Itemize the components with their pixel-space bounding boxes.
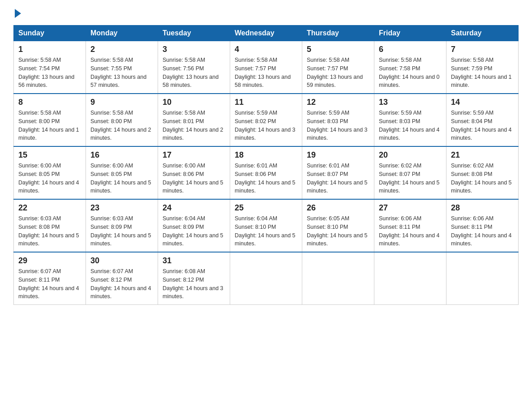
weekday-header-monday: Monday <box>86 26 158 41</box>
day-info: Sunrise: 5:58 AMSunset: 7:54 PMDaylight:… <box>18 56 81 90</box>
weekday-header-friday: Friday <box>374 26 446 41</box>
calendar-cell: 4Sunrise: 5:58 AMSunset: 7:57 PMDaylight… <box>230 41 302 94</box>
day-number: 3 <box>163 45 225 54</box>
day-info: Sunrise: 5:58 AMSunset: 7:55 PMDaylight:… <box>90 56 153 90</box>
weekday-header-wednesday: Wednesday <box>230 26 302 41</box>
day-number: 15 <box>18 150 81 160</box>
day-info: Sunrise: 5:59 AMSunset: 8:03 PMDaylight:… <box>379 109 442 142</box>
day-info: Sunrise: 6:02 AMSunset: 8:07 PMDaylight:… <box>379 162 442 195</box>
calendar-week-row: 8Sunrise: 5:58 AMSunset: 8:00 PMDaylight… <box>14 94 519 146</box>
calendar-week-row: 1Sunrise: 5:58 AMSunset: 7:54 PMDaylight… <box>14 41 519 94</box>
calendar-week-row: 29Sunrise: 6:07 AMSunset: 8:11 PMDayligh… <box>14 252 519 305</box>
day-info: Sunrise: 5:59 AMSunset: 8:02 PMDaylight:… <box>235 109 297 142</box>
day-number: 13 <box>379 98 442 107</box>
calendar-cell: 14Sunrise: 5:59 AMSunset: 8:04 PMDayligh… <box>446 94 519 146</box>
calendar-cell: 5Sunrise: 5:58 AMSunset: 7:57 PMDaylight… <box>302 41 374 94</box>
calendar-cell: 21Sunrise: 6:02 AMSunset: 8:08 PMDayligh… <box>446 146 519 199</box>
calendar-cell: 23Sunrise: 6:03 AMSunset: 8:09 PMDayligh… <box>86 199 158 252</box>
day-number: 21 <box>451 150 514 160</box>
day-info: Sunrise: 6:06 AMSunset: 8:11 PMDaylight:… <box>379 214 442 248</box>
day-number: 18 <box>235 150 297 160</box>
weekday-header-saturday: Saturday <box>446 26 519 41</box>
day-number: 23 <box>90 203 153 213</box>
day-info: Sunrise: 6:01 AMSunset: 8:07 PMDaylight:… <box>307 162 369 195</box>
day-number: 25 <box>235 203 297 213</box>
calendar-week-row: 15Sunrise: 6:00 AMSunset: 8:05 PMDayligh… <box>14 146 519 199</box>
day-number: 28 <box>451 203 514 213</box>
calendar-cell: 20Sunrise: 6:02 AMSunset: 8:07 PMDayligh… <box>374 146 446 199</box>
day-number: 30 <box>90 256 153 265</box>
day-info: Sunrise: 6:00 AMSunset: 8:05 PMDaylight:… <box>18 162 81 195</box>
day-info: Sunrise: 6:02 AMSunset: 8:08 PMDaylight:… <box>451 162 514 195</box>
day-info: Sunrise: 6:07 AMSunset: 8:12 PMDaylight:… <box>90 267 153 301</box>
calendar-cell: 27Sunrise: 6:06 AMSunset: 8:11 PMDayligh… <box>374 199 446 252</box>
day-number: 7 <box>451 45 514 54</box>
day-info: Sunrise: 6:03 AMSunset: 8:09 PMDaylight:… <box>90 214 153 248</box>
calendar-cell <box>230 252 302 305</box>
day-number: 12 <box>307 98 369 107</box>
calendar-cell: 28Sunrise: 6:06 AMSunset: 8:11 PMDayligh… <box>446 199 519 252</box>
logo <box>13 9 21 18</box>
page-header <box>13 9 519 18</box>
calendar-cell: 7Sunrise: 5:58 AMSunset: 7:59 PMDaylight… <box>446 41 519 94</box>
day-info: Sunrise: 5:58 AMSunset: 8:01 PMDaylight:… <box>163 109 225 142</box>
calendar-cell: 2Sunrise: 5:58 AMSunset: 7:55 PMDaylight… <box>86 41 158 94</box>
calendar-cell: 13Sunrise: 5:59 AMSunset: 8:03 PMDayligh… <box>374 94 446 146</box>
day-number: 1 <box>18 45 81 54</box>
calendar-week-row: 22Sunrise: 6:03 AMSunset: 8:08 PMDayligh… <box>14 199 519 252</box>
day-info: Sunrise: 6:08 AMSunset: 8:12 PMDaylight:… <box>163 267 225 301</box>
day-info: Sunrise: 5:58 AMSunset: 7:59 PMDaylight:… <box>451 56 514 90</box>
day-info: Sunrise: 5:59 AMSunset: 8:03 PMDaylight:… <box>307 109 369 142</box>
day-info: Sunrise: 6:07 AMSunset: 8:11 PMDaylight:… <box>18 267 81 301</box>
calendar-cell: 18Sunrise: 6:01 AMSunset: 8:06 PMDayligh… <box>230 146 302 199</box>
day-number: 31 <box>163 256 225 265</box>
day-info: Sunrise: 6:00 AMSunset: 8:06 PMDaylight:… <box>163 162 225 195</box>
calendar-cell: 30Sunrise: 6:07 AMSunset: 8:12 PMDayligh… <box>86 252 158 305</box>
calendar-cell: 1Sunrise: 5:58 AMSunset: 7:54 PMDaylight… <box>14 41 86 94</box>
calendar-cell: 19Sunrise: 6:01 AMSunset: 8:07 PMDayligh… <box>302 146 374 199</box>
calendar-cell: 15Sunrise: 6:00 AMSunset: 8:05 PMDayligh… <box>14 146 86 199</box>
day-info: Sunrise: 5:58 AMSunset: 7:56 PMDaylight:… <box>163 56 225 90</box>
day-number: 14 <box>451 98 514 107</box>
day-number: 5 <box>307 45 369 54</box>
calendar-cell <box>302 252 374 305</box>
day-number: 16 <box>90 150 153 160</box>
calendar-table: SundayMondayTuesdayWednesdayThursdayFrid… <box>13 25 519 305</box>
day-info: Sunrise: 5:58 AMSunset: 7:58 PMDaylight:… <box>379 56 442 90</box>
logo-triangle-icon <box>15 9 21 18</box>
calendar-cell <box>446 252 519 305</box>
day-info: Sunrise: 6:04 AMSunset: 8:10 PMDaylight:… <box>235 214 297 248</box>
day-number: 8 <box>18 98 81 107</box>
calendar-cell: 26Sunrise: 6:05 AMSunset: 8:10 PMDayligh… <box>302 199 374 252</box>
calendar-cell: 6Sunrise: 5:58 AMSunset: 7:58 PMDaylight… <box>374 41 446 94</box>
day-number: 26 <box>307 203 369 213</box>
calendar-cell: 17Sunrise: 6:00 AMSunset: 8:06 PMDayligh… <box>158 146 230 199</box>
calendar-cell: 8Sunrise: 5:58 AMSunset: 8:00 PMDaylight… <box>14 94 86 146</box>
calendar-cell: 29Sunrise: 6:07 AMSunset: 8:11 PMDayligh… <box>14 252 86 305</box>
calendar-cell: 12Sunrise: 5:59 AMSunset: 8:03 PMDayligh… <box>302 94 374 146</box>
day-number: 19 <box>307 150 369 160</box>
calendar-cell: 22Sunrise: 6:03 AMSunset: 8:08 PMDayligh… <box>14 199 86 252</box>
day-info: Sunrise: 5:58 AMSunset: 8:00 PMDaylight:… <box>90 109 153 142</box>
day-number: 2 <box>90 45 153 54</box>
weekday-header-thursday: Thursday <box>302 26 374 41</box>
day-number: 27 <box>379 203 442 213</box>
calendar-header-row: SundayMondayTuesdayWednesdayThursdayFrid… <box>14 26 519 41</box>
day-info: Sunrise: 5:58 AMSunset: 8:00 PMDaylight:… <box>18 109 81 142</box>
calendar-cell: 25Sunrise: 6:04 AMSunset: 8:10 PMDayligh… <box>230 199 302 252</box>
day-number: 11 <box>235 98 297 107</box>
weekday-header-tuesday: Tuesday <box>158 26 230 41</box>
day-number: 17 <box>163 150 225 160</box>
day-info: Sunrise: 5:58 AMSunset: 7:57 PMDaylight:… <box>235 56 297 90</box>
day-number: 10 <box>163 98 225 107</box>
day-info: Sunrise: 6:03 AMSunset: 8:08 PMDaylight:… <box>18 214 81 248</box>
day-number: 29 <box>18 256 81 265</box>
day-number: 4 <box>235 45 297 54</box>
day-info: Sunrise: 6:01 AMSunset: 8:06 PMDaylight:… <box>235 162 297 195</box>
calendar-cell: 11Sunrise: 5:59 AMSunset: 8:02 PMDayligh… <box>230 94 302 146</box>
calendar-cell: 10Sunrise: 5:58 AMSunset: 8:01 PMDayligh… <box>158 94 230 146</box>
day-number: 20 <box>379 150 442 160</box>
day-info: Sunrise: 6:05 AMSunset: 8:10 PMDaylight:… <box>307 214 369 248</box>
day-number: 6 <box>379 45 442 54</box>
day-info: Sunrise: 6:00 AMSunset: 8:05 PMDaylight:… <box>90 162 153 195</box>
